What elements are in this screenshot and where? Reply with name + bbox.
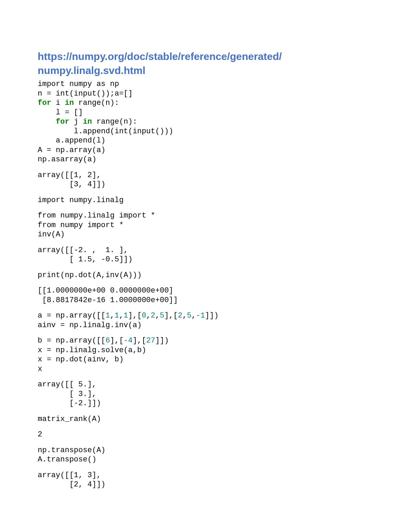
code-line: A.transpose() bbox=[38, 455, 97, 464]
code-text: , bbox=[191, 311, 196, 320]
code-line: x = np.dot(ainv, b) bbox=[38, 355, 124, 364]
code-line: from numpy import * bbox=[38, 221, 124, 230]
code-line: x = np.linalg.solve(a,b) bbox=[38, 346, 146, 355]
keyword: for bbox=[38, 99, 51, 107]
code-line: array([[1, 2], bbox=[38, 171, 101, 180]
link-line-2: numpy.linalg.svd.html bbox=[38, 65, 145, 76]
code-line: array([[ 5.], bbox=[38, 380, 97, 389]
code-line: [3, 4]]) bbox=[38, 180, 105, 189]
code-text: ],[ bbox=[164, 311, 178, 320]
code-output-5: 2 bbox=[38, 430, 373, 440]
code-text: , bbox=[146, 311, 151, 320]
code-text: a = np.array([[ bbox=[38, 311, 105, 320]
number: -1 bbox=[196, 311, 205, 320]
number: 1 bbox=[124, 311, 128, 320]
code-line: import numpy.linalg bbox=[38, 196, 124, 205]
code-output-4: array([[ 5.], [ 3.], [-2.]]) bbox=[38, 380, 373, 408]
code-text bbox=[38, 117, 56, 126]
number: 5 bbox=[160, 311, 164, 320]
code-line: array([[1, 3], bbox=[38, 471, 101, 480]
code-block-1: import numpy as np n = int(input());a=[]… bbox=[38, 79, 373, 164]
code-text: range(n): bbox=[92, 117, 137, 126]
code-text: ],[ bbox=[133, 336, 146, 345]
code-line: [2, 4]]) bbox=[38, 480, 105, 489]
code-line: 2 bbox=[38, 430, 42, 439]
number: 1 bbox=[114, 311, 119, 320]
code-output-1: array([[1, 2], [3, 4]]) bbox=[38, 171, 373, 189]
code-text: , bbox=[183, 311, 187, 320]
code-text: ],[ bbox=[110, 336, 124, 345]
code-text: , bbox=[110, 311, 114, 320]
code-line: array([[-2. , 1. ], bbox=[38, 246, 128, 255]
keyword: for bbox=[56, 117, 70, 126]
code-line: l = [] bbox=[38, 108, 83, 117]
code-block-5: a = np.array([[1,1,1],[0,2,5],[2,5,-1]])… bbox=[38, 311, 373, 330]
code-block-2: import numpy.linalg bbox=[38, 196, 373, 205]
code-line: [ 1.5, -0.5]]) bbox=[38, 255, 133, 264]
link-line-1: https://numpy.org/doc/stable/reference/g… bbox=[38, 51, 282, 62]
code-text: ]]) bbox=[205, 311, 219, 320]
code-line: np.transpose(A) bbox=[38, 446, 105, 455]
code-line: l.append(int(input())) bbox=[38, 127, 173, 136]
code-output-2: array([[-2. , 1. ], [ 1.5, -0.5]]) bbox=[38, 246, 373, 264]
code-block-8: np.transpose(A) A.transpose() bbox=[38, 446, 373, 465]
code-line: matrix_rank(A) bbox=[38, 415, 101, 423]
code-line: x bbox=[38, 365, 42, 373]
code-block-3: from numpy.linalg import * from numpy im… bbox=[38, 211, 373, 239]
code-block-4: print(np.dot(A,inv(A))) bbox=[38, 271, 373, 280]
code-text: b = np.array([[ bbox=[38, 336, 105, 345]
number: -4 bbox=[124, 336, 133, 345]
number: 27 bbox=[146, 336, 155, 345]
code-line: ainv = np.linalg.inv(a) bbox=[38, 321, 142, 330]
code-block-6: b = np.array([[6],[-4],[27]]) x = np.lin… bbox=[38, 336, 373, 374]
keyword: in bbox=[83, 117, 92, 126]
code-text: , bbox=[155, 311, 160, 320]
document-page: https://numpy.org/doc/stable/reference/g… bbox=[0, 0, 411, 532]
heading-link[interactable]: https://numpy.org/doc/stable/reference/g… bbox=[38, 50, 373, 77]
code-line: [ 3.], bbox=[38, 390, 97, 398]
code-line: n = int(input());a=[] bbox=[38, 89, 133, 98]
code-line: from numpy.linalg import * bbox=[38, 211, 155, 220]
code-text: ],[ bbox=[128, 311, 142, 320]
code-text: i bbox=[51, 99, 65, 107]
code-block-7: matrix_rank(A) bbox=[38, 415, 373, 424]
code-text: ]]) bbox=[155, 336, 169, 345]
code-output-3: [[1.0000000e+00 0.0000000e+00] [8.881784… bbox=[38, 286, 373, 305]
number: 2 bbox=[151, 311, 155, 320]
code-line: inv(A) bbox=[38, 230, 65, 239]
code-line: np.asarray(a) bbox=[38, 155, 97, 164]
code-output-6: array([[1, 3], [2, 4]]) bbox=[38, 471, 373, 490]
code-text: range(n): bbox=[74, 99, 119, 107]
code-line: print(np.dot(A,inv(A))) bbox=[38, 271, 142, 280]
code-line: [8.8817842e-16 1.0000000e+00]] bbox=[38, 296, 178, 305]
number: 2 bbox=[178, 311, 182, 320]
number: 6 bbox=[105, 336, 110, 345]
number: 1 bbox=[105, 311, 110, 320]
code-line: [-2.]]) bbox=[38, 399, 101, 408]
keyword: in bbox=[65, 99, 74, 107]
code-text: , bbox=[119, 311, 124, 320]
code-line: import numpy as np bbox=[38, 80, 119, 88]
number: 0 bbox=[142, 311, 146, 320]
number: 5 bbox=[187, 311, 191, 320]
code-line: A = np.array(a) bbox=[38, 146, 105, 154]
code-line: [[1.0000000e+00 0.0000000e+00] bbox=[38, 286, 173, 295]
code-line: a.append(l) bbox=[38, 136, 105, 145]
code-text: j bbox=[69, 117, 83, 126]
